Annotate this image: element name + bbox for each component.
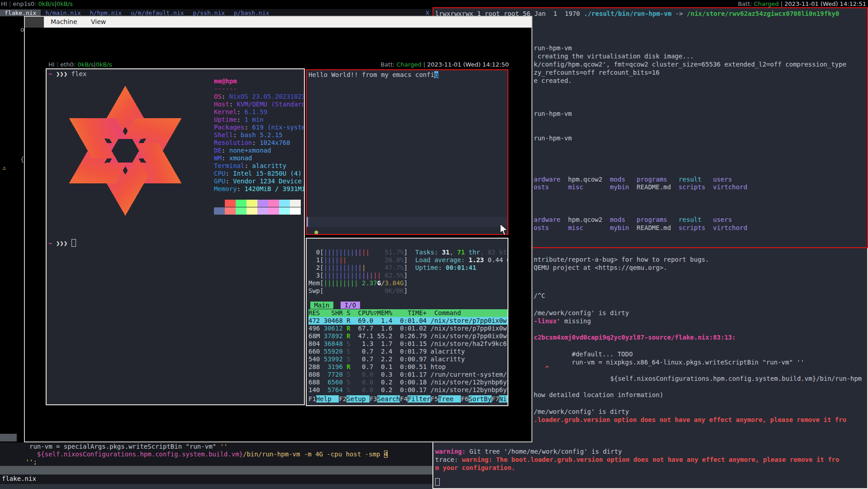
neofetch-palette-row1 [214, 200, 301, 207]
modified-dot-icon: ● [314, 227, 318, 235]
tab-flake.nix[interactable]: flake.nix [0, 10, 41, 16]
desktop: { "host": { "xmobar": { "left": {"x":2,"… [0, 0, 868, 489]
window-tab-decoration [25, 17, 44, 28]
menu-machine[interactable]: Machine [51, 18, 77, 25]
qemu-menubar: Machine View [25, 17, 531, 28]
menu-view[interactable]: View [91, 18, 106, 25]
editor-minibuffer-band [0, 484, 432, 489]
vm-emacs-window[interactable]: Hello World!! from my emacs config ● 34 … [306, 69, 508, 235]
nixos-logo [50, 80, 200, 221]
editor-pane[interactable]: run-vm = specialArgs.pkgs.writeScriptBin… [0, 442, 432, 489]
neofetch-palette-row2 [214, 207, 301, 215]
tab-h/main.nix[interactable]: h/main.nix [41, 10, 85, 16]
qemu-vm-window[interactable]: Machine View HI | eth0: 0kB/s|0kB/s Batt… [24, 16, 532, 442]
vm-screen: HI | eth0: 0kB/s|0kB/s Batt: Charged | 2… [47, 60, 510, 408]
editor-tab-bar: flake.nixh/main.nixh/hpm.nixu/m/default.… [0, 9, 432, 16]
mouse-cursor-icon [500, 224, 508, 235]
tab-p/ssh.nix[interactable]: p/ssh.nix [189, 10, 229, 16]
editor-modeline-sliver [0, 434, 17, 441]
editor-filename: flake.nix [2, 475, 36, 483]
vm-htop-window[interactable]: 0[|||||||||||| 51.7%] Tasks: 31, 71 thr,… [306, 238, 508, 406]
emacs-modeline: ● 34 *scratch* 1:33 All Fundamental [307, 217, 508, 227]
tab-u/m/default.nix[interactable]: u/m/default.nix [126, 10, 188, 16]
vm-terminal-neofetch[interactable]: ~ ❯❯❯ flex [46, 68, 305, 405]
tab-close-button[interactable]: X [426, 10, 429, 16]
vm-status-bar: HI | eth0: 0kB/s|0kB/s Batt: Charged | 2… [47, 60, 510, 69]
tab-p/bash.nix[interactable]: p/bash.nix [229, 10, 274, 16]
tab-h/hpm.nix[interactable]: h/hpm.nix [85, 10, 126, 16]
editor-modeline: flake.nix 84,96-104 75% [0, 466, 432, 475]
